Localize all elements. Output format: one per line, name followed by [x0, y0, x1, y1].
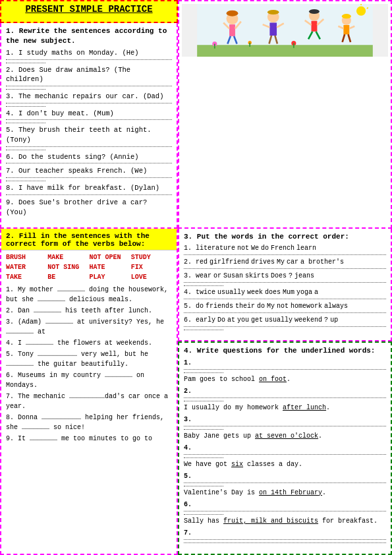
section3: 3. Put the words in the correct order: 1…: [178, 229, 392, 342]
section4: 4. Write questions for the underlined wo…: [178, 341, 392, 555]
section1-title: 1. Rewrite the sentences according to th…: [6, 26, 172, 45]
section4-title: 4. Write questions for the underlined wo…: [184, 346, 386, 355]
svg-line-32: [367, 7, 368, 9]
wb-2: MAKE: [47, 253, 88, 262]
section2: 2. Fill in the sentences with the correc…: [0, 229, 178, 555]
s2-item-3: 3. (Adam) ………………… at university? Yes, he…: [6, 317, 172, 337]
s2-item-1: 1. My mother ………………… doing the housework…: [6, 285, 172, 305]
section1: 1. Rewrite the sentences according to th…: [0, 23, 178, 228]
s2-item-9: 9. It ………………… me too minutes to go to: [6, 434, 172, 444]
s2-item-5: 5. Tony ………………………… very well, but he …………: [6, 349, 172, 369]
wb-4: STUDY: [131, 253, 172, 262]
s1-item-9: 9. Does Sue's brother drive a car? (You): [6, 198, 172, 217]
s4-item-6: 6. Sally has fruit, milk and biscuits fo…: [184, 500, 386, 526]
s4-item-3: 3. Baby Jane gets up at seven o'clock.: [184, 415, 386, 441]
svg-rect-24: [343, 25, 349, 34]
s2-item-8: 8. Donna ………………………… helping her friends,…: [6, 413, 172, 432]
svg-rect-1: [197, 45, 373, 57]
s4-item-4: 4. We have got six classes a day.: [184, 444, 386, 469]
wb-1: BRUSH: [6, 253, 47, 262]
wb-10: BE: [47, 273, 88, 282]
s3-item-6: 6. early Do at you get usually weekend ?…: [184, 316, 386, 330]
s4-item-7: 7.: [184, 529, 386, 543]
s3-item-3: 3. wear or Susan skirts Does ? jeans: [184, 272, 386, 286]
wb-7: HATE: [90, 263, 130, 272]
svg-rect-17: [312, 21, 318, 32]
wb-12: LOVE: [131, 273, 172, 282]
wb-8: FIX: [131, 263, 172, 272]
s1-item-7: 7. Our teacher speaks French. (We): [6, 166, 172, 181]
svg-point-30: [356, 7, 366, 16]
section3-title: 3. Put the words in the correct order:: [184, 232, 386, 241]
page-title: PRESENT SIMPLE PRACTICE: [0, 0, 178, 23]
s3-item-5: 5. do friends their do My not homework a…: [184, 302, 386, 313]
section2-header: 2. Fill in the sentences with the correc…: [1, 230, 177, 250]
wb-11: PLAY: [90, 273, 130, 282]
s1-item-6: 6. Do the students sing? (Annie): [6, 152, 172, 164]
s1-item-2: 2. Does Sue draw animals? (The children): [6, 65, 172, 90]
word-bank: BRUSH MAKE NOT OPEN STUDY WATER NOT SING…: [6, 253, 172, 282]
svg-rect-38: [293, 44, 294, 48]
svg-point-29: [342, 14, 351, 18]
s2-item-7: 7. The mechanic ………………………dad's car once …: [6, 392, 172, 411]
svg-point-8: [227, 11, 238, 16]
wb-3: NOT OPEN: [90, 253, 130, 262]
s2-item-2: 2. Dan ………………… his teeth after lunch.: [6, 306, 172, 316]
wb-6: NOT SING: [47, 263, 88, 272]
cartoon-image: [182, 4, 388, 57]
s1-item-3: 3. The mechanic repairs our car. (Dad): [6, 92, 172, 107]
right-top-panel: [178, 0, 392, 229]
s3-item-1: 1. literature not We do French learn: [184, 244, 386, 255]
s2-item-4: 4. I ………………… the flowers at weekends.: [6, 338, 172, 348]
wb-5: WATER: [6, 263, 47, 272]
s4-item-1: 1. Pam goes to school on foot.: [184, 359, 386, 384]
svg-rect-36: [249, 43, 250, 47]
svg-point-22: [309, 9, 320, 14]
svg-point-15: [267, 10, 279, 15]
s2-item-6: 6. Museums in my country ………………… on Mond…: [6, 370, 172, 390]
s3-item-4: 4. twice usually week does Mum yoga a: [184, 288, 386, 299]
s1-item-8: 8. I have milk for breakfast. (Dylan): [6, 183, 172, 195]
wb-9: TAKE: [6, 273, 47, 282]
svg-rect-10: [269, 22, 277, 36]
svg-rect-3: [229, 24, 235, 36]
s4-item-2: 2. I usually do my homework after lunch.: [184, 387, 386, 413]
s1-item-1: 1. I study maths on Monday. (He): [6, 48, 172, 63]
s1-item-5: 5. They brush their teeth at night. (Ton…: [6, 125, 172, 150]
s1-item-4: 4. I don't buy meat. (Mum): [6, 109, 172, 124]
s3-item-2: 2. red girlfriend drives My car a brothe…: [184, 258, 386, 269]
s4-item-5: 5. Valentine's Day is on 14th February.: [184, 472, 386, 498]
svg-rect-34: [214, 44, 215, 48]
